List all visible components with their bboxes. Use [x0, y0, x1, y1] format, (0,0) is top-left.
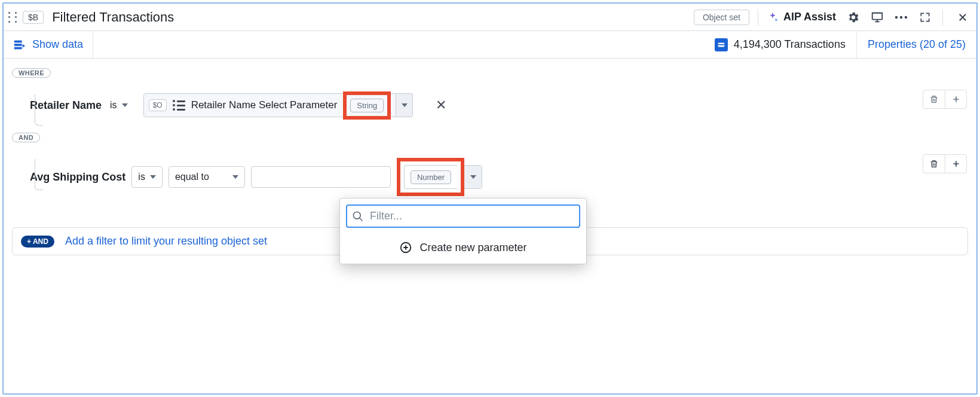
comparator-select[interactable]: equal to	[169, 166, 245, 188]
transaction-count-label: 4,194,300 Transactions	[734, 38, 846, 51]
retailer-operator-value: is	[110, 100, 117, 111]
transaction-count: 4,194,300 Transactions	[704, 38, 856, 51]
drag-handle-icon[interactable]	[7, 10, 18, 25]
svg-point-3	[905, 16, 907, 18]
popover-search[interactable]	[346, 204, 580, 228]
search-icon	[352, 210, 364, 222]
caret-down-icon	[232, 175, 238, 179]
app-frame: $B Filtered Transactions Object set AIP …	[2, 2, 978, 395]
svg-point-2	[900, 16, 902, 18]
create-parameter-button[interactable]: Create new parameter	[340, 234, 586, 264]
add-filter-text: Add a filter to limit your resulting obj…	[65, 235, 267, 248]
aip-assist-label: AIP Assist	[783, 11, 836, 23]
header-bar: $B Filtered Transactions Object set AIP …	[4, 4, 976, 31]
object-set-button[interactable]: Object set	[694, 10, 749, 25]
caret-down-icon	[150, 175, 156, 179]
svg-rect-8	[718, 44, 725, 45]
svg-point-9	[354, 212, 361, 219]
show-data-icon	[13, 38, 26, 51]
shipping-filter-row: Avg Shipping Cost is equal to Number	[30, 158, 968, 196]
parameter-output-chip: $O	[149, 99, 167, 111]
svg-rect-0	[872, 13, 883, 19]
and-group: Avg Shipping Cost is equal to Number	[12, 158, 968, 196]
add-filter-button[interactable]	[945, 90, 966, 108]
delete-filter-button[interactable]	[923, 155, 945, 173]
create-parameter-label: Create new parameter	[419, 242, 526, 254]
separator	[942, 9, 943, 26]
presentation-icon[interactable]	[871, 11, 884, 24]
svg-rect-5	[14, 44, 22, 46]
card-icon	[715, 38, 728, 51]
plus-circle-icon	[399, 241, 412, 254]
retailer-filter-row: Retailer Name is $O Retailer Name Select…	[30, 93, 968, 117]
subheader-bar: Show data 4,194,300 Transactions Propert…	[4, 31, 976, 59]
number-type-highlight: Number	[397, 158, 464, 196]
caret-down-icon	[122, 103, 128, 107]
page-title: Filtered Transactions	[52, 10, 174, 25]
show-data-button[interactable]: Show data	[4, 31, 93, 58]
and-row-actions	[923, 154, 967, 173]
svg-rect-4	[14, 40, 22, 42]
remove-filter-button[interactable]: ✕	[436, 97, 446, 113]
svg-rect-6	[14, 47, 22, 49]
shipping-field-label: Avg Shipping Cost	[30, 171, 125, 184]
and-clause-pill: AND	[12, 133, 40, 142]
parameter-dropdown-button[interactable]	[396, 93, 413, 117]
separator	[758, 9, 758, 26]
sparkle-icon	[767, 11, 779, 23]
string-type-tag: String	[350, 99, 384, 112]
retailer-parameter-token[interactable]: $O Retailer Name Select Parameter String	[143, 93, 397, 117]
properties-label: Properties (20 of 25)	[868, 38, 966, 51]
string-type-highlight: String	[343, 91, 391, 120]
shipping-operator-select[interactable]: is	[131, 166, 163, 188]
shipping-operator-value: is	[138, 172, 145, 182]
retailer-operator-select[interactable]: is	[108, 100, 130, 111]
show-data-label: Show data	[32, 38, 83, 51]
comparator-value: equal to	[175, 172, 209, 182]
filter-builder: WHERE Retailer Name is $O	[4, 59, 976, 264]
more-icon[interactable]	[895, 11, 908, 24]
properties-link[interactable]: Properties (20 of 25)	[856, 31, 976, 58]
where-clause-pill: WHERE	[12, 68, 51, 78]
svg-point-1	[895, 16, 898, 18]
add-and-badge: + AND	[21, 236, 54, 248]
list-icon	[173, 100, 185, 111]
popover-filter-input[interactable]	[369, 209, 574, 223]
gear-icon[interactable]	[847, 11, 860, 24]
close-icon[interactable]	[956, 11, 969, 24]
add-filter-button[interactable]	[945, 155, 966, 173]
number-type-dropdown-button[interactable]	[464, 166, 482, 188]
where-group: Retailer Name is $O Retailer Name Select…	[12, 93, 968, 117]
variable-badge[interactable]: $B	[23, 11, 44, 24]
parameter-popover: Create new parameter	[339, 198, 587, 264]
caret-down-icon	[470, 175, 476, 179]
number-type-tag: Number	[411, 170, 451, 184]
caret-down-icon	[402, 103, 408, 107]
delete-filter-button[interactable]	[923, 90, 945, 108]
expand-icon[interactable]	[918, 11, 932, 24]
shipping-value-input[interactable]	[251, 166, 391, 188]
parameter-name-label: Retailer Name Select Parameter	[191, 99, 338, 111]
where-row-actions	[923, 90, 967, 109]
aip-assist-button[interactable]: AIP Assist	[767, 11, 836, 23]
